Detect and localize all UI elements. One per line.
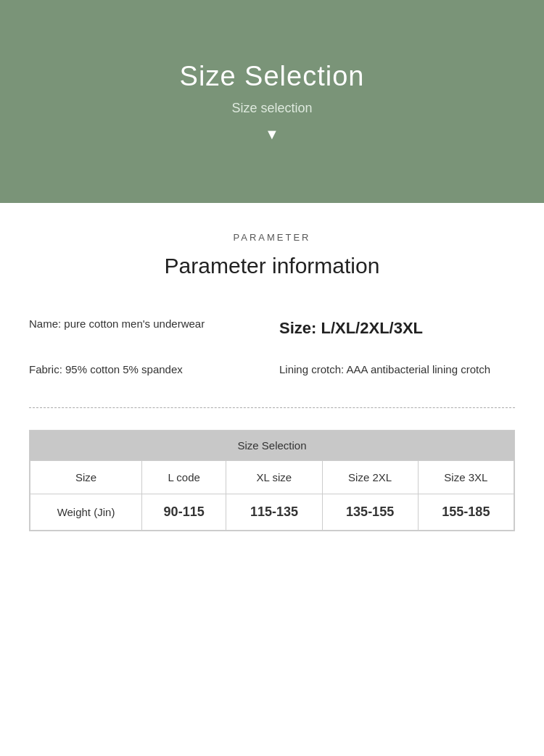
section-divider bbox=[29, 407, 515, 408]
parameter-title: Parameter information bbox=[29, 252, 515, 280]
param-name: Name: pure cotton men's underwear bbox=[29, 316, 265, 340]
hero-section: Size Selection Size selection ▼ bbox=[0, 0, 544, 203]
hero-subtitle: Size selection bbox=[231, 101, 312, 116]
col-2xl: Size 2XL bbox=[322, 460, 418, 494]
row-3xl-value: 155-185 bbox=[418, 494, 514, 530]
size-table: Size L code XL size Size 2XL Size 3XL We… bbox=[30, 460, 514, 531]
params-grid: Name: pure cotton men's underwear Size: … bbox=[29, 316, 515, 378]
row-l-value: 90-115 bbox=[142, 494, 226, 530]
row-xl-value: 115-135 bbox=[226, 494, 322, 530]
content-section: PARAMETER Parameter information Name: pu… bbox=[0, 203, 544, 582]
col-xl: XL size bbox=[226, 460, 322, 494]
table-row: Weight (Jin) 90-115 115-135 135-155 155-… bbox=[30, 494, 514, 530]
param-size: Size: L/XL/2XL/3XL bbox=[279, 316, 515, 340]
param-lining: Lining crotch: AAA antibacterial lining … bbox=[279, 362, 515, 378]
table-header-row: Size L code XL size Size 2XL Size 3XL bbox=[30, 460, 514, 494]
table-header: Size Selection bbox=[30, 431, 514, 460]
row-label: Weight (Jin) bbox=[30, 494, 142, 530]
row-2xl-value: 135-155 bbox=[322, 494, 418, 530]
col-3xl: Size 3XL bbox=[418, 460, 514, 494]
size-table-container: Size Selection Size L code XL size Size … bbox=[29, 430, 515, 531]
col-l: L code bbox=[142, 460, 226, 494]
hero-title: Size Selection bbox=[180, 61, 365, 92]
parameter-label: PARAMETER bbox=[29, 232, 515, 243]
col-size: Size bbox=[30, 460, 142, 494]
param-fabric: Fabric: 95% cotton 5% spandex bbox=[29, 362, 265, 378]
hero-arrow-icon: ▼ bbox=[265, 126, 279, 143]
